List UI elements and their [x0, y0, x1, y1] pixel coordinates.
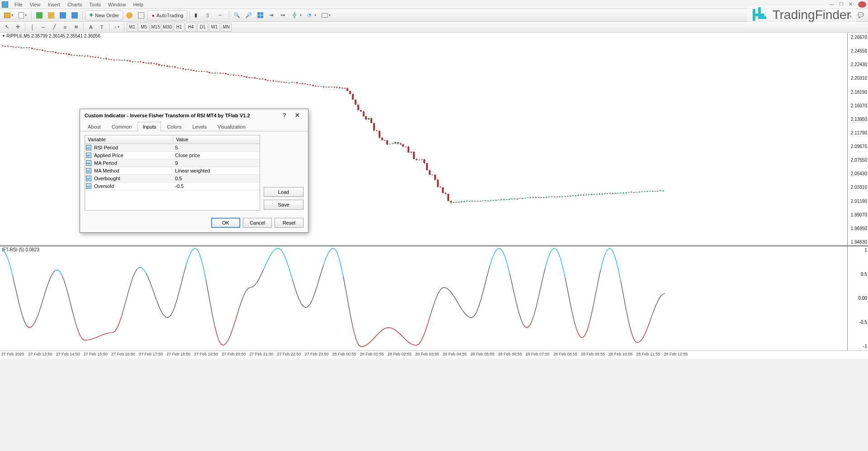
dialog-titlebar[interactable]: Custom Indicator - Inverse Fisher Transf… [80, 109, 308, 121]
bar-chart-button[interactable]: ▮ [192, 10, 203, 20]
param-value[interactable]: 9 [173, 159, 260, 167]
time-tick: 28 Feb 03:55 [415, 352, 439, 356]
market-watch-button[interactable] [34, 10, 45, 20]
navigator-button[interactable] [46, 10, 57, 20]
menu-charts[interactable]: Charts [64, 2, 85, 7]
input-row[interactable]: abRSI Period5 [85, 144, 260, 152]
menu-tools[interactable]: Tools [85, 2, 104, 7]
timeframe-m15[interactable]: M15 [150, 23, 161, 32]
menu-insert[interactable]: Insert [44, 2, 64, 7]
profiles-button[interactable] [16, 10, 29, 20]
time-tick: 27 Feb 15:50 [84, 352, 108, 356]
price-tick: 2.26670 [851, 35, 867, 40]
timeframe-h4[interactable]: H4 [185, 23, 196, 32]
price-tick: 2.03310 [851, 185, 867, 190]
time-tick: 27 Feb 19:50 [194, 352, 218, 356]
timeframe-w1[interactable]: W1 [209, 23, 220, 32]
new-order-button[interactable]: ✚New Order [85, 10, 123, 20]
save-button[interactable]: Save [264, 200, 304, 210]
autotrading-button[interactable]: ●AutoTrading [147, 10, 187, 20]
indicator-tick: -0.5 [859, 320, 867, 325]
ok-button[interactable]: OK [211, 218, 240, 228]
price-tick: 1.94830 [851, 240, 867, 245]
indicator-pane[interactable]: IFT-RSI (5) 0.0823 10.50.00-0.5-1 [0, 246, 868, 350]
vertical-line-tool[interactable]: │ [28, 22, 38, 32]
timeframe-h1[interactable]: H1 [174, 23, 185, 32]
menu-file[interactable]: File [11, 2, 26, 7]
price-tick: 2.18190 [851, 89, 867, 94]
menu-view[interactable]: View [26, 2, 44, 7]
zoom-in-button[interactable]: 🔍 [232, 10, 242, 20]
auto-scroll-button[interactable]: ⇥ [267, 10, 278, 20]
param-name: MA Method [92, 167, 173, 174]
notification-badge[interactable]: 1 [858, 1, 866, 8]
time-tick: 27 Feb 22:50 [277, 352, 301, 356]
price-tick: 1.96950 [851, 226, 867, 230]
tab-visualization[interactable]: Visualization [213, 122, 251, 131]
param-value[interactable]: Linear weighted [173, 167, 260, 174]
candlestick-button[interactable]: ▯ [204, 10, 215, 20]
new-chart-button[interactable] [2, 10, 15, 20]
input-row[interactable]: abMA MethodLinear weighted [85, 167, 260, 175]
param-value[interactable]: 5 [173, 144, 260, 151]
dialog-close-button[interactable]: ✕ [291, 112, 304, 119]
tab-inputs[interactable]: Inputs [138, 122, 161, 131]
alerts-icon[interactable]: 💬 [855, 10, 866, 20]
indicators-button[interactable]: ╬ [290, 10, 304, 20]
tab-about[interactable]: About [83, 122, 106, 131]
cursor-tool[interactable]: ↖ [2, 22, 12, 32]
time-tick: 28 Feb 04:55 [443, 352, 467, 356]
input-row[interactable]: abOversold-0.5 [85, 182, 260, 190]
param-icon: ab [85, 175, 92, 182]
param-name: MA Period [92, 159, 173, 167]
price-tick: 2.01190 [851, 198, 867, 203]
tab-levels[interactable]: Levels [187, 122, 212, 131]
inputs-table[interactable]: Variable Value abRSI Period5abApplied Pr… [85, 135, 260, 211]
meta-button[interactable] [124, 10, 135, 20]
param-icon: ab [85, 159, 92, 167]
fibonacci-tool[interactable]: ≋ [71, 22, 81, 32]
input-row[interactable]: abOverbought0.5 [85, 175, 260, 182]
param-icon: ab [85, 182, 92, 190]
tester-button[interactable] [69, 10, 80, 20]
text-tool[interactable]: A [86, 22, 96, 32]
expert-button[interactable] [136, 10, 147, 20]
time-tick: 28 Feb 09:55 [581, 352, 605, 356]
tab-common[interactable]: Common [107, 122, 137, 131]
timeframe-m1[interactable]: M1 [127, 23, 138, 32]
terminal-button[interactable] [57, 10, 68, 20]
input-row[interactable]: abApplied PriceClose price [85, 152, 260, 159]
text-label-tool[interactable]: T [97, 22, 107, 32]
timeframe-m30[interactable]: M30 [162, 23, 173, 32]
chart-shift-button[interactable]: ↦ [279, 10, 289, 20]
load-button[interactable]: Load [264, 187, 304, 197]
reset-button[interactable]: Reset [275, 218, 304, 228]
time-tick: 27 Feb 20:50 [222, 352, 246, 356]
horizontal-line-tool[interactable]: ─ [38, 22, 48, 32]
time-tick: 28 Feb 02:55 [388, 352, 412, 356]
cancel-button[interactable]: Cancel [243, 218, 272, 228]
param-value[interactable]: -0.5 [173, 182, 260, 190]
templates-button[interactable] [319, 10, 333, 20]
dialog-help-button[interactable]: ? [278, 112, 291, 119]
timeframe-d1[interactable]: D1 [197, 23, 208, 32]
equidistant-tool[interactable]: ≡ [60, 22, 70, 32]
timeframe-m5[interactable]: M5 [138, 23, 149, 32]
arrows-tool[interactable]: ↑ [112, 22, 122, 32]
periodicity-button[interactable]: ◔ [305, 10, 318, 20]
table-header: Variable Value [85, 135, 260, 144]
param-value[interactable]: Close price [173, 152, 260, 159]
price-tick: 2.13950 [851, 116, 867, 121]
timeframe-mn[interactable]: MN [221, 23, 232, 32]
param-value[interactable]: 0.5 [173, 175, 260, 182]
crosshair-tool[interactable]: ✛ [13, 22, 23, 32]
trendline-tool[interactable]: ╱ [49, 22, 59, 32]
tile-button[interactable] [255, 10, 266, 20]
input-row[interactable]: abMA Period9 [85, 159, 260, 167]
menu-help[interactable]: Help [129, 2, 147, 7]
time-tick: 28 Feb 07:55 [526, 352, 550, 356]
menu-window[interactable]: Window [104, 2, 129, 7]
zoom-out-button[interactable]: 🔎 [243, 10, 254, 20]
line-chart-button[interactable]: ∼ [216, 10, 227, 20]
tab-colors[interactable]: Colors [162, 122, 186, 131]
